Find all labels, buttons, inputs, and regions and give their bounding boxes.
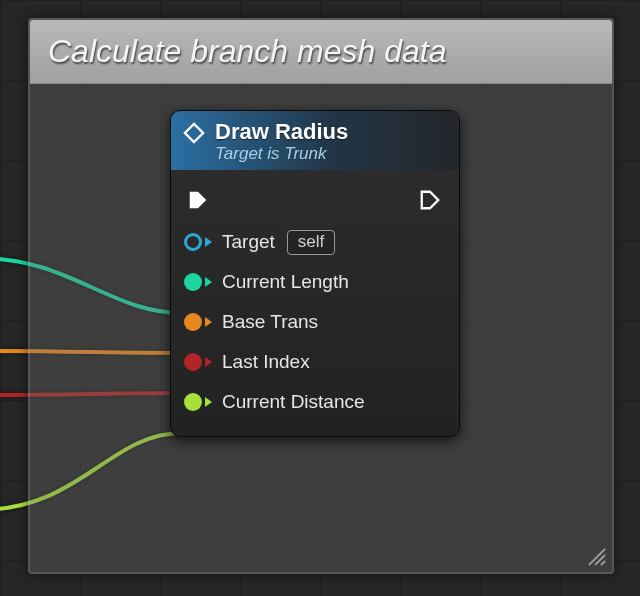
- node-body: Target self Current Length Base Trans La…: [171, 170, 459, 436]
- node-header[interactable]: Draw Radius Target is Trunk: [171, 111, 459, 170]
- node-subtitle: Target is Trunk: [215, 144, 348, 164]
- exec-output-pin-icon[interactable]: [419, 189, 441, 211]
- input-row-current-length: Current Length: [183, 262, 447, 302]
- function-icon: [183, 122, 205, 148]
- comment-title[interactable]: Calculate branch mesh data: [30, 20, 612, 84]
- object-pin-icon[interactable]: [183, 232, 203, 252]
- exec-input-pin-icon[interactable]: [187, 189, 209, 211]
- input-row-base-trans: Base Trans: [183, 302, 447, 342]
- pin-label: Current Distance: [222, 391, 365, 413]
- svg-line-2: [601, 561, 605, 565]
- input-row-current-distance: Current Distance: [183, 382, 447, 422]
- pin-label: Last Index: [222, 351, 310, 373]
- input-row-target: Target self: [183, 222, 447, 262]
- float-pin-icon[interactable]: [183, 272, 203, 292]
- float-pin-icon[interactable]: [183, 392, 203, 412]
- target-default-input[interactable]: self: [287, 230, 335, 255]
- input-row-last-index: Last Index: [183, 342, 447, 382]
- pin-label: Target: [222, 231, 275, 253]
- transform-pin-icon[interactable]: [183, 312, 203, 332]
- pin-label: Current Length: [222, 271, 349, 293]
- node-title: Draw Radius: [215, 119, 348, 145]
- int-pin-icon[interactable]: [183, 352, 203, 372]
- pin-label: Base Trans: [222, 311, 318, 333]
- resize-grip-icon[interactable]: [586, 546, 606, 566]
- blueprint-node-draw-radius[interactable]: Draw Radius Target is Trunk Target self: [170, 110, 460, 437]
